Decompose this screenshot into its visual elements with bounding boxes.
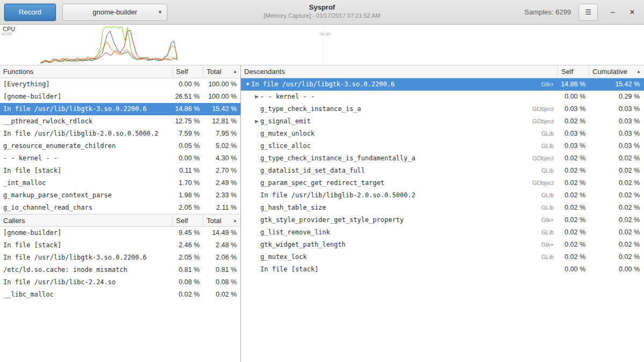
column-header-cumulative[interactable]: Cumulative ▲ <box>589 65 644 78</box>
sort-indicator-icon: ▲ <box>230 69 237 74</box>
table-row[interactable]: g_datalist_id_set_data_fullGLib0.02 %0.0… <box>241 165 644 177</box>
table-row[interactable]: _int_malloc1.70 %2.49 % <box>0 177 240 189</box>
total-percent: 0.08 % <box>203 276 240 289</box>
table-row[interactable]: In file /usr/lib/libgtk-3.so.0.2200.614.… <box>0 103 240 115</box>
table-row[interactable]: In file /usr/lib/libc-2.24.so0.08 %0.08 … <box>0 276 240 289</box>
table-row[interactable]: In file /usr/lib/libglib-2.0.so.0.5000.2… <box>241 189 644 202</box>
descendant-name-cell: g_slice_allocGLib <box>241 140 558 152</box>
total-percent: 0.02 % <box>203 289 240 301</box>
table-row[interactable]: g_type_check_instance_is_aGObject0.03 %0… <box>241 103 644 115</box>
table-row[interactable]: g_list_remove_linkGLib0.02 %0.02 % <box>241 226 644 239</box>
column-header-self[interactable]: Self <box>558 65 589 78</box>
table-row[interactable]: g_mutex_unlockGLib0.03 %0.03 % <box>241 128 644 140</box>
column-header-label: Self <box>176 217 188 225</box>
table-row[interactable]: In file [stack]0.11 %2.70 % <box>0 165 240 177</box>
function-name: /etc/ld.so.cache: inode mismatch <box>0 264 173 276</box>
cumulative-percent: 0.02 % <box>589 165 644 177</box>
table-row[interactable]: /etc/ld.so.cache: inode mismatch0.81 %0.… <box>0 264 240 276</box>
expander-open-icon[interactable]: ▼ <box>244 78 251 91</box>
table-row[interactable]: ▶g_signal_emitGObject0.02 %0.03 % <box>241 115 644 128</box>
self-percent: 0.08 % <box>173 276 203 289</box>
cumulative-percent: 0.02 % <box>589 177 644 189</box>
table-row[interactable]: g_markup_parse_context_parse1.98 %2.33 % <box>0 189 240 202</box>
table-row[interactable]: [gnome-builder]9.45 %14.49 % <box>0 227 240 239</box>
column-header-self[interactable]: Self <box>173 215 203 226</box>
table-row[interactable]: ▼In file /usr/lib/libgtk-3.so.0.2200.6Gt… <box>241 78 644 91</box>
function-name: [Everything] <box>0 78 173 91</box>
function-name: g_markup_parse_context_parse <box>0 189 173 202</box>
function-name: In file /usr/lib/libglib-2.0.so.0.5000.2 <box>260 189 415 202</box>
table-row[interactable]: g_type_check_instance_is_fundamentally_a… <box>241 152 644 165</box>
table-row[interactable]: In file [stack]0.00 %0.00 % <box>241 263 644 276</box>
table-row[interactable]: gtk_widget_path_lengthGtk+0.02 %0.02 % <box>241 239 644 251</box>
table-row[interactable]: g_slice_allocGLib0.03 %0.03 % <box>241 140 644 152</box>
function-name: g_list_remove_link <box>260 226 330 239</box>
table-row[interactable]: ▶- - kernel - -0.00 %0.29 % <box>241 91 644 103</box>
descendant-name-cell: g_list_remove_linkGLib <box>241 226 558 239</box>
table-row[interactable]: - - kernel - -0.00 %4.30 % <box>0 152 240 165</box>
sort-indicator-icon: ▲ <box>230 218 237 223</box>
cumulative-percent: 0.02 % <box>589 226 644 239</box>
function-name: g_io_channel_read_chars <box>0 202 173 214</box>
self-percent: 0.02 % <box>558 165 589 177</box>
column-header-label: Self <box>176 68 188 76</box>
table-row[interactable]: gtk_style_provider_get_style_propertyGtk… <box>241 214 644 226</box>
column-header-self[interactable]: Self <box>173 65 203 78</box>
function-name: g_hash_table_size <box>260 202 326 214</box>
function-name: __libc_malloc <box>0 289 173 301</box>
table-row[interactable]: [gnome-builder]26.51 %100.00 % <box>0 91 240 103</box>
self-percent: 0.02 % <box>558 177 589 189</box>
descendant-name-cell: In file [stack] <box>241 263 558 276</box>
table-row[interactable]: In file /usr/lib/libgtk-3.so.0.2200.62.0… <box>0 252 240 264</box>
minimize-button[interactable]: − <box>609 8 617 17</box>
table-row[interactable]: g_io_channel_read_chars2.05 %2.11 % <box>0 202 240 214</box>
main-area: Functions Self Total ▲ [Everything]0.00 … <box>0 65 644 362</box>
self-percent: 0.02 % <box>558 239 589 251</box>
table-row[interactable]: In file [stack]2.46 %2.48 % <box>0 239 240 252</box>
table-row[interactable]: g_hash_table_sizeGLib0.02 %0.02 % <box>241 202 644 214</box>
category-label: GLib <box>541 226 558 239</box>
close-button[interactable]: ✕ <box>628 8 636 16</box>
table-row[interactable]: [Everything]0.00 %100.00 % <box>0 78 240 91</box>
functions-table-header: Functions Self Total ▲ <box>0 65 240 78</box>
expander-closed-icon[interactable]: ▶ <box>253 115 260 128</box>
category-label: GObject <box>532 152 558 165</box>
category-label: GLib <box>541 140 558 152</box>
function-name: g_mutex_lock <box>260 251 307 263</box>
target-selector-label: gnome-builder <box>92 8 137 16</box>
target-selector-dropdown[interactable]: gnome-builder ▾ <box>62 4 167 21</box>
callers-table-body: [gnome-builder]9.45 %14.49 %In file [sta… <box>0 227 240 301</box>
descendant-name-cell: g_mutex_unlockGLib <box>241 128 558 140</box>
sysprof-window: Record gnome-builder ▾ Sysprof [Memory C… <box>0 0 644 362</box>
total-percent: 2.33 % <box>203 189 240 202</box>
column-header-callers[interactable]: Callers <box>0 215 173 226</box>
time-tick-start: 00:00 <box>1 32 12 36</box>
cpu-graph-strip[interactable]: CPU 00:00 00:30 <box>0 25 644 65</box>
expander-closed-icon[interactable]: ▶ <box>253 91 260 103</box>
descendants-table-header: Descendants Self Cumulative ▲ <box>241 65 644 78</box>
menu-button[interactable]: ☰ <box>579 4 598 21</box>
descendants-table-body: ▼In file /usr/lib/libgtk-3.so.0.2200.6Gt… <box>241 78 644 276</box>
function-name: - - kernel - - <box>260 91 314 103</box>
cumulative-percent: 0.02 % <box>589 214 644 226</box>
table-row[interactable]: g_mutex_lockGLib0.02 %0.02 % <box>241 251 644 263</box>
table-row[interactable]: __libc_malloc0.02 %0.02 % <box>0 289 240 301</box>
self-percent: 0.02 % <box>558 202 589 214</box>
column-header-descendants[interactable]: Descendants <box>241 65 558 78</box>
record-button[interactable]: Record <box>4 4 56 21</box>
column-header-total[interactable]: Total ▲ <box>203 215 240 226</box>
function-name: g_datalist_id_set_data_full <box>260 165 365 177</box>
total-percent: 2.70 % <box>203 165 240 177</box>
function-name: g_resource_enumerate_children <box>0 140 173 152</box>
table-row[interactable]: g_resource_enumerate_children0.05 %5.02 … <box>0 140 240 152</box>
table-row[interactable]: __pthread_rwlock_rdlock12.75 %12.81 % <box>0 115 240 128</box>
column-header-total[interactable]: Total ▲ <box>203 65 240 78</box>
table-row[interactable]: In file /usr/lib/libglib-2.0.so.0.5000.2… <box>0 128 240 140</box>
function-name: g_param_spec_get_redirect_target <box>260 177 384 189</box>
column-header-functions[interactable]: Functions <box>0 65 173 78</box>
menu-icon: ☰ <box>585 8 591 16</box>
total-percent: 2.48 % <box>203 239 240 252</box>
descendant-name-cell: gtk_widget_path_lengthGtk+ <box>241 239 558 251</box>
table-row[interactable]: g_param_spec_get_redirect_targetGObject0… <box>241 177 644 189</box>
category-label: GObject <box>532 103 558 115</box>
